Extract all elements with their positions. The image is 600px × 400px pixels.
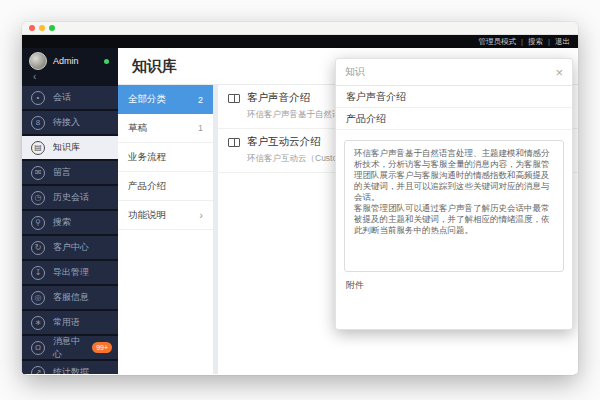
sidebar-item-sessions[interactable]: • 会话 [22,86,118,109]
sidebar-item-label: 导出管理 [53,266,89,279]
modal-result-customer-voice[interactable]: 客户声音介绍 [336,86,572,108]
category-product-intro[interactable]: 产品介绍 [118,172,213,201]
knowledge-search-modal: × 客户声音介绍 产品介绍 环信客户声音基于自然语言处理、主题建模和情感分析技术… [335,58,573,330]
sidebar-item-label: 待接入 [53,116,80,129]
search-magnifier-icon: ⚲ [31,216,45,230]
category-label: 全部分类 [128,93,166,106]
online-status-dot [104,59,109,64]
sidebar-item-label: 客服信息 [53,291,89,304]
sidebar-item-label: 知识库 [53,141,80,154]
username-label: Admin [53,56,79,66]
sidebar-item-customer-center[interactable]: ↻ 客户中心 [22,236,118,259]
article-body-box: 环信客户声音基于自然语言处理、主题建模和情感分析技术，分析访客与客服全量的消息内… [344,140,564,272]
sidebar-item-label: 搜索 [53,216,71,229]
article-paragraph: 环信客户声音基于自然语言处理、主题建模和情感分析技术，分析访客与客服全量的消息内… [354,148,554,203]
category-count: 2 [198,95,203,105]
sidebar-item-label: 留言 [53,166,71,179]
category-count: 1 [198,123,203,133]
customer-center-icon: ↻ [31,241,45,255]
desktop-background: 管理员模式 | 搜索 | 退出 Admin ‹ • [0,0,600,400]
category-label: 功能说明 [128,209,166,222]
topbar-separator: | [521,37,523,46]
page-title: 知识库 [132,57,177,76]
topbar-separator: | [548,37,550,46]
category-label: 产品介绍 [128,180,166,193]
sidebar-item-label: 客户中心 [53,241,89,254]
sidebar-item-queue[interactable]: 8 待接入 [22,111,118,134]
chat-circle-icon: • [31,91,45,105]
admin-mode-link[interactable]: 管理员模式 [479,37,517,47]
sidebar-collapse-button[interactable]: ‹ [33,72,111,82]
sidebar-item-messages[interactable]: ✉ 留言 [22,161,118,184]
close-window-button[interactable] [29,25,35,31]
sidebar-item-label: 历史会话 [53,191,89,204]
category-label: 草稿 [128,122,147,135]
notification-bell-icon: Ω [31,341,45,355]
close-icon[interactable]: × [555,66,563,79]
sidebar-item-knowledge-base[interactable]: ▤ 知识库 [22,136,118,159]
article-title: 客户互动云介绍 [247,135,321,149]
unread-count-badge: 99+ [92,342,112,353]
logout-link[interactable]: 退出 [555,37,570,47]
sidebar-item-statistics[interactable]: ↗ 统计数据 [22,361,118,374]
sidebar-item-quick-replies[interactable]: ∗ 常用语 [22,311,118,334]
sidebar-item-label: 消息中心 [53,335,84,361]
sidebar-item-export-management[interactable]: ↧ 导出管理 [22,261,118,284]
category-all[interactable]: 全部分类 2 [118,85,213,114]
sidebar-menu: • 会话 8 待接入 ▤ 知识库 ✉ 留言 [22,84,118,374]
quick-reply-asterisk-icon: ∗ [31,316,45,330]
result-label: 客户声音介绍 [346,90,406,104]
book-icon [228,94,240,103]
statistics-trend-icon: ↗ [31,366,45,375]
article-title: 客户声音介绍 [247,91,310,105]
sidebar-item-label: 常用语 [53,316,80,329]
knowledge-book-icon: ▤ [31,141,45,155]
search-link[interactable]: 搜索 [528,37,543,47]
book-icon [228,138,240,147]
sidebar-item-agent-info[interactable]: ◎ 客服信息 [22,286,118,309]
profile-section: Admin ‹ [22,48,118,84]
modal-result-product-intro[interactable]: 产品介绍 [336,108,572,130]
sidebar-item-history-sessions[interactable]: ◷ 历史会话 [22,186,118,209]
app-window: 管理员模式 | 搜索 | 退出 Admin ‹ • [22,22,578,375]
chevron-right-icon: › [199,210,203,221]
queue-person-icon: 8 [31,116,45,130]
sidebar: Admin ‹ • 会话 8 待接入 ▤ [22,48,118,374]
modal-header: × [336,59,572,86]
category-drafts[interactable]: 草稿 1 [118,114,213,143]
export-download-icon: ↧ [31,266,45,280]
sidebar-item-notification-center[interactable]: Ω 消息中心 99+ [22,336,118,359]
avatar[interactable] [29,52,47,70]
app-topbar: 管理员模式 | 搜索 | 退出 [22,35,578,48]
agent-info-target-icon: ◎ [31,291,45,305]
macos-titlebar [22,22,578,35]
sidebar-item-label: 会话 [53,91,71,104]
category-business-process[interactable]: 业务流程 [118,143,213,172]
knowledge-search-input[interactable] [345,67,555,78]
zoom-window-button[interactable] [49,25,55,31]
sidebar-item-label: 统计数据 [53,366,89,374]
category-label: 业务流程 [128,151,166,164]
sidebar-item-search[interactable]: ⚲ 搜索 [22,211,118,234]
category-feature-description[interactable]: 功能说明 › [118,201,213,230]
article-paragraph: 客服管理团队可以通过客户声音了解历史会话中最常被提及的主题和关键词，并了解相应的… [354,203,554,236]
history-clock-icon: ◷ [31,191,45,205]
category-column: 全部分类 2 草稿 1 业务流程 产品介绍 [118,85,213,374]
minimize-window-button[interactable] [39,25,45,31]
attachment-label: 附件 [346,279,572,292]
message-mail-icon: ✉ [31,166,45,180]
result-label: 产品介绍 [346,112,386,126]
